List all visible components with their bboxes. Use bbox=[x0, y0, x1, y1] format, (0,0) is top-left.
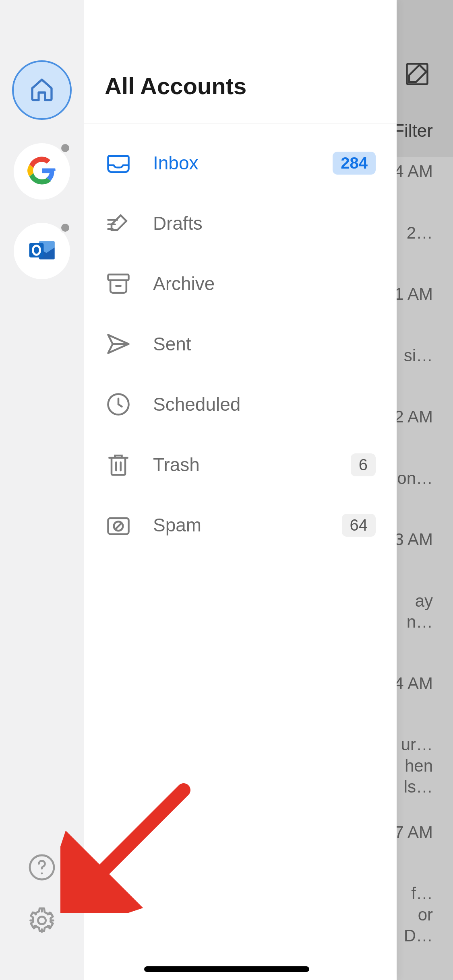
folder-label: Trash bbox=[153, 454, 330, 476]
folder-badge: 64 bbox=[342, 514, 376, 537]
google-logo-icon bbox=[27, 156, 56, 187]
folder-label: Scheduled bbox=[153, 393, 376, 415]
message-list-dimmed: 4 AM 2… 1 AM si… 2 AM on… 3 AM ay n… 4 A… bbox=[389, 161, 453, 980]
folder-archive[interactable]: Archive bbox=[84, 253, 397, 314]
trash-icon bbox=[105, 451, 132, 478]
drafts-icon bbox=[105, 210, 132, 237]
folder-label: Sent bbox=[153, 333, 376, 355]
outlook-logo-icon bbox=[27, 236, 56, 266]
svg-point-5 bbox=[41, 873, 43, 875]
filter-button[interactable]: Filter bbox=[393, 121, 433, 141]
navigation-drawer: All Accounts Inbox 284 bbox=[0, 0, 397, 980]
compose-button[interactable] bbox=[403, 60, 431, 91]
help-button[interactable] bbox=[27, 854, 56, 883]
outlook-account-button[interactable] bbox=[14, 223, 70, 279]
sent-icon bbox=[105, 330, 132, 358]
folder-panel: All Accounts Inbox 284 bbox=[84, 0, 397, 980]
inbox-icon bbox=[105, 149, 132, 177]
svg-point-6 bbox=[38, 916, 46, 924]
spam-icon bbox=[105, 511, 132, 539]
folder-label: Inbox bbox=[153, 152, 312, 174]
folder-badge: 6 bbox=[351, 453, 376, 476]
folder-label: Drafts bbox=[153, 212, 376, 234]
folder-sent[interactable]: Sent bbox=[84, 314, 397, 374]
svg-rect-7 bbox=[108, 274, 129, 280]
all-accounts-home-button[interactable] bbox=[12, 60, 72, 120]
panel-title: All Accounts bbox=[84, 72, 397, 124]
scheduled-icon bbox=[105, 391, 132, 418]
account-rail bbox=[0, 0, 84, 980]
folder-label: Spam bbox=[153, 514, 321, 536]
google-account-button[interactable] bbox=[14, 143, 70, 200]
home-indicator[interactable] bbox=[144, 966, 309, 972]
status-dot-icon bbox=[60, 142, 71, 154]
folder-inbox[interactable]: Inbox 284 bbox=[84, 133, 397, 193]
folder-trash[interactable]: Trash 6 bbox=[84, 434, 397, 495]
archive-icon bbox=[105, 270, 132, 297]
folder-spam[interactable]: Spam 64 bbox=[84, 495, 397, 555]
folder-drafts[interactable]: Drafts bbox=[84, 193, 397, 253]
status-dot-icon bbox=[60, 222, 71, 233]
settings-button[interactable] bbox=[27, 907, 56, 936]
folder-label: Archive bbox=[153, 273, 376, 294]
home-icon bbox=[29, 76, 55, 104]
folder-scheduled[interactable]: Scheduled bbox=[84, 374, 397, 434]
gear-icon bbox=[27, 906, 56, 937]
folder-badge: 284 bbox=[333, 152, 376, 175]
help-icon bbox=[27, 853, 56, 883]
